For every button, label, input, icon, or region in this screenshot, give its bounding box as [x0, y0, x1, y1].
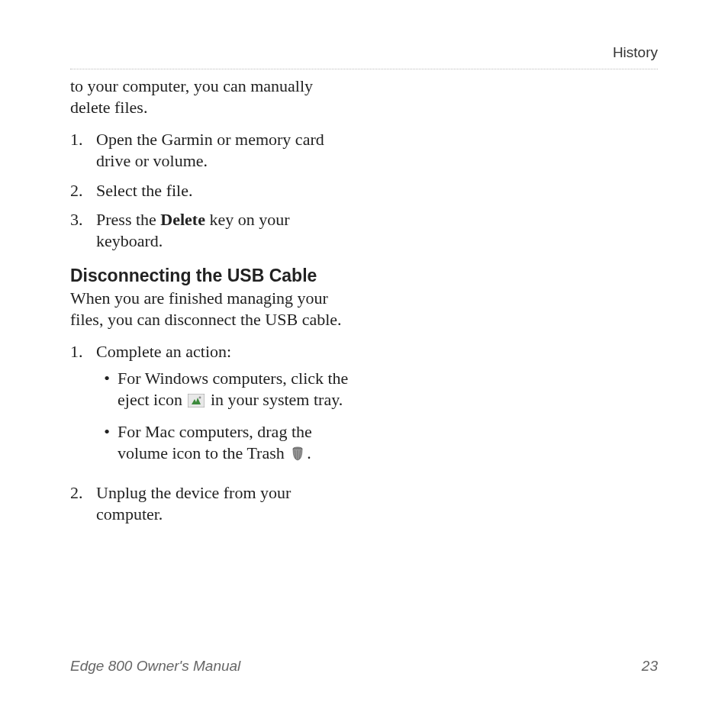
step-number: 1. [70, 129, 96, 172]
delete-files-steps: 1. Open the Garmin or memory card drive … [70, 129, 353, 252]
intro-line-1: to your computer, you can manually [70, 76, 313, 95]
step-3-pre: Press the [96, 210, 160, 229]
disconnect-usb-steps: 1. Complete an action: • For Windows com… [70, 341, 353, 525]
section-header: History [70, 44, 658, 64]
usb-step-2: 2. Unplug the device from your computer. [70, 482, 353, 525]
usb-step-1-text: Complete an action: [96, 342, 231, 361]
step-text: Unplug the device from your computer. [96, 482, 353, 525]
bullet-text: For Windows computers, click the eject i… [118, 368, 353, 414]
bullet-mac: • For Mac computers, drag the volume ico… [96, 421, 353, 467]
windows-post: in your system tray. [206, 390, 343, 409]
step-number: 2. [70, 180, 96, 201]
step-number: 2. [70, 482, 96, 525]
step-text: Select the file. [96, 180, 353, 201]
step-2: 2. Select the file. [70, 180, 353, 201]
step-text: Complete an action: • For Windows comput… [96, 341, 353, 475]
step-text: Open the Garmin or memory card drive or … [96, 129, 353, 172]
step-3: 3. Press the Delete key on your keyboard… [70, 209, 353, 252]
header-divider [70, 69, 658, 69]
step-text: Press the Delete key on your keyboard. [96, 209, 353, 252]
usb-intro-paragraph: When you are finished managing your file… [70, 288, 353, 330]
usb-subheading: Disconnecting the USB Cable [70, 266, 353, 286]
mac-pre: For Mac computers, drag the volume icon … [118, 422, 312, 463]
page-number: 23 [642, 658, 658, 675]
bullet-marker: • [96, 421, 118, 467]
svg-point-1 [199, 397, 201, 399]
nested-bullets: • For Windows computers, click the eject… [96, 368, 353, 467]
step-number: 3. [70, 209, 96, 252]
bullet-marker: • [96, 368, 118, 414]
page-footer: Edge 800 Owner's Manual 23 [70, 658, 658, 675]
content-column: to your computer, you can manually delet… [70, 76, 353, 525]
bullet-text: For Mac computers, drag the volume icon … [118, 421, 353, 467]
mac-post: . [307, 443, 311, 462]
delete-key-label: Delete [160, 210, 205, 229]
usb-step-1: 1. Complete an action: • For Windows com… [70, 341, 353, 475]
step-number: 1. [70, 341, 96, 475]
eject-icon [188, 391, 205, 414]
trash-icon [290, 445, 305, 467]
intro-paragraph: to your computer, you can manually delet… [70, 76, 353, 118]
intro-line-2: delete files. [70, 98, 147, 117]
footer-title: Edge 800 Owner's Manual [70, 658, 240, 675]
page: History to your computer, you can manual… [0, 0, 728, 728]
bullet-windows: • For Windows computers, click the eject… [96, 368, 353, 414]
svg-rect-0 [188, 394, 205, 407]
step-1: 1. Open the Garmin or memory card drive … [70, 129, 353, 172]
